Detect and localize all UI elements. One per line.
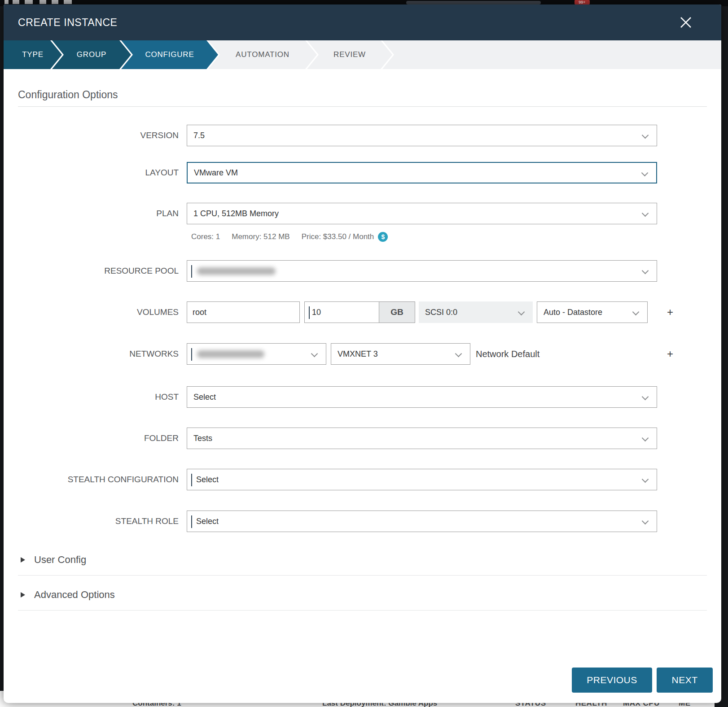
next-button[interactable]: NEXT xyxy=(657,668,713,693)
background-search-fragment xyxy=(406,1,541,4)
redacted-value xyxy=(197,350,264,358)
chevron-down-icon xyxy=(632,309,640,316)
plan-select[interactable]: 1 CPU, 512MB Memory xyxy=(187,203,657,224)
volume-name-input[interactable] xyxy=(187,301,300,323)
create-instance-dialog: CREATE INSTANCE TYPE GROUP CONFIGURE AUT… xyxy=(4,4,721,703)
previous-button[interactable]: PREVIOUS xyxy=(572,668,652,693)
stealth-configuration-select[interactable]: Select xyxy=(187,469,657,490)
caret-right-icon xyxy=(21,592,25,598)
layout-label: LAYOUT xyxy=(17,168,179,178)
layout-select[interactable]: VMware VM xyxy=(187,162,657,183)
chevron-down-icon xyxy=(311,350,318,358)
host-label: HOST xyxy=(17,392,179,402)
volume-controller-value: SCSI 0:0 xyxy=(425,308,457,317)
version-select[interactable]: 7.5 xyxy=(187,125,657,146)
wizard-stepper: TYPE GROUP CONFIGURE AUTOMATION REVIEW xyxy=(4,40,721,69)
text-cursor xyxy=(191,265,192,278)
step-group-label: GROUP xyxy=(77,50,106,59)
dollar-icon: $ xyxy=(378,232,388,242)
volume-datastore-select[interactable]: Auto - Datastore xyxy=(537,301,648,323)
volume-name-field[interactable] xyxy=(193,308,294,317)
host-value: Select xyxy=(193,393,216,402)
plan-info: Cores: 1 Memory: 512 MB Price: $33.50 / … xyxy=(191,231,388,243)
text-cursor xyxy=(309,306,310,319)
text-cursor xyxy=(191,474,192,486)
plan-price: Price: $33.50 / Month xyxy=(302,232,374,241)
volume-size-field[interactable] xyxy=(312,308,373,317)
chevron-down-icon xyxy=(642,435,649,442)
section-divider xyxy=(18,610,707,611)
caret-right-icon xyxy=(21,557,25,563)
plan-value: 1 CPU, 512MB Memory xyxy=(193,209,279,218)
add-network-button[interactable]: + xyxy=(663,343,677,365)
chevron-down-icon xyxy=(518,309,525,316)
section-divider xyxy=(18,575,707,576)
close-icon[interactable] xyxy=(677,14,694,31)
stealth-configuration-label: STEALTH CONFIGURATION xyxy=(17,475,179,484)
version-label: VERSION xyxy=(17,131,179,140)
step-type[interactable]: TYPE xyxy=(4,40,62,69)
dialog-header: CREATE INSTANCE xyxy=(4,4,721,40)
volume-controller-select[interactable]: SCSI 0:0 xyxy=(419,301,533,323)
step-review-label: REVIEW xyxy=(333,50,366,59)
text-cursor xyxy=(191,348,192,361)
page-title: Configuration Options xyxy=(18,89,118,101)
step-group[interactable]: GROUP xyxy=(52,40,131,69)
step-configure-label: CONFIGURE xyxy=(145,50,194,59)
network-adapter-select[interactable]: VMXNET 3 xyxy=(331,343,470,365)
step-review[interactable]: REVIEW xyxy=(307,40,392,69)
user-config-section-toggle[interactable]: User Config xyxy=(18,550,707,570)
advanced-options-section-toggle[interactable]: Advanced Options xyxy=(18,585,707,605)
network-default-text: Network Default xyxy=(476,343,539,365)
stealth-configuration-value: Select xyxy=(196,475,219,484)
layout-value: VMware VM xyxy=(194,168,238,178)
plan-label: PLAN xyxy=(17,209,179,218)
add-volume-button[interactable]: + xyxy=(663,301,677,323)
version-value: 7.5 xyxy=(193,131,205,140)
stealth-role-select[interactable]: Select xyxy=(187,511,657,532)
redacted-value xyxy=(197,267,276,275)
volume-size-input[interactable] xyxy=(304,301,379,323)
chevron-down-icon xyxy=(642,518,649,525)
chevron-down-icon xyxy=(642,210,649,217)
chevron-down-icon xyxy=(642,267,649,275)
chevron-down-icon xyxy=(642,132,649,139)
heading-divider xyxy=(18,106,707,107)
stealth-role-label: STEALTH ROLE xyxy=(17,516,179,526)
notification-badge: 99+ xyxy=(575,0,590,4)
step-configure[interactable]: CONFIGURE xyxy=(121,40,218,69)
volume-unit-addon: GB xyxy=(379,301,415,323)
user-config-section-label: User Config xyxy=(34,554,86,566)
background-logo-fragment xyxy=(4,0,72,4)
network-select[interactable] xyxy=(187,343,326,365)
dialog-title: CREATE INSTANCE xyxy=(18,4,118,40)
stealth-role-value: Select xyxy=(196,517,219,526)
step-automation[interactable]: AUTOMATION xyxy=(208,40,317,69)
folder-value: Tests xyxy=(193,434,212,443)
text-cursor xyxy=(191,515,192,528)
folder-label: FOLDER xyxy=(17,433,179,443)
step-type-label: TYPE xyxy=(22,50,44,59)
network-adapter-value: VMXNET 3 xyxy=(338,349,378,359)
advanced-options-section-label: Advanced Options xyxy=(34,589,115,601)
chevron-down-icon xyxy=(641,170,649,177)
chevron-down-icon xyxy=(642,393,649,401)
networks-label: NETWORKS xyxy=(17,349,179,359)
step-automation-label: AUTOMATION xyxy=(236,50,289,59)
volumes-label: VOLUMES xyxy=(17,307,179,317)
plan-cores: Cores: 1 xyxy=(191,232,220,241)
folder-select[interactable]: Tests xyxy=(187,428,657,449)
host-select[interactable]: Select xyxy=(187,386,657,408)
resource-pool-label: RESOURCE POOL xyxy=(17,266,179,276)
chevron-down-icon xyxy=(642,476,649,483)
chevron-down-icon xyxy=(455,350,462,358)
stepper-filler xyxy=(382,40,721,69)
plan-memory: Memory: 512 MB xyxy=(232,232,289,241)
resource-pool-select[interactable] xyxy=(187,260,657,282)
volume-datastore-value: Auto - Datastore xyxy=(544,308,602,317)
